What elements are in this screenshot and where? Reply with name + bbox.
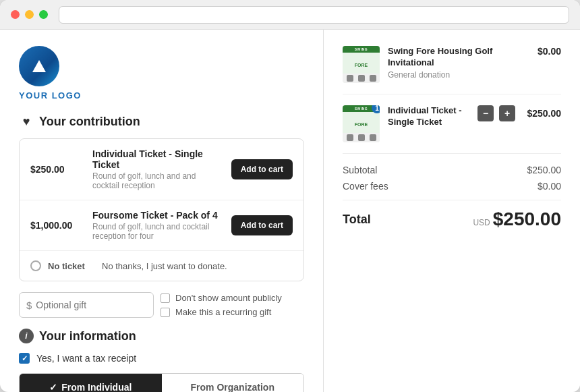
ticket-desc-1: Round of golf, lunch and and cocktail re… bbox=[92, 171, 223, 190]
recurring-checkbox[interactable] bbox=[161, 308, 170, 317]
cart-thumb-1: SWING FORE bbox=[343, 46, 380, 83]
cover-fees-label: Cover fees bbox=[343, 181, 388, 192]
contribution-header: ♥ Your contribution bbox=[19, 114, 304, 129]
ticket-name-1: Individual Ticket - Single Ticket bbox=[92, 148, 223, 170]
cart-item-1: SWING FORE Swing F bbox=[343, 46, 561, 94]
recurring-label: Make this a recurring gift bbox=[175, 307, 271, 317]
checkmark-icon: ✓ bbox=[49, 382, 57, 392]
cart-item-sub-1: General donation bbox=[388, 70, 513, 80]
cart-thumb-2: SWING FORE 1 bbox=[343, 105, 380, 142]
dont-show-label: Don't show amount publicly bbox=[175, 293, 282, 303]
total-value: $250.00 bbox=[493, 208, 561, 230]
ticket-desc-2: Round of golf, lunch and cocktail recept… bbox=[92, 222, 223, 241]
subtotal-value: $250.00 bbox=[527, 165, 561, 175]
no-ticket-row[interactable]: No ticket No thanks, I just want to dona… bbox=[20, 251, 303, 281]
ticket-price-1: $250.00 bbox=[30, 164, 84, 175]
thumb-icons-2 bbox=[343, 133, 380, 142]
from-individual-label: From Individual bbox=[61, 382, 132, 392]
contribution-title: Your contribution bbox=[39, 115, 140, 129]
subtotal-label: Subtotal bbox=[343, 165, 377, 175]
ticket-row-1: $250.00 Individual Ticket - Single Ticke… bbox=[20, 139, 303, 200]
from-organization-button[interactable]: From Organization bbox=[162, 374, 304, 392]
tax-receipt-row[interactable]: ✓ Yes, I want a tax receipt bbox=[19, 353, 304, 364]
cart-item-name-1: Swing Fore Housing Golf Invitational bbox=[388, 46, 513, 69]
cart-item-2: SWING FORE 1 bbox=[343, 105, 561, 154]
cover-fees-value: $0.00 bbox=[538, 181, 561, 192]
total-row: Total USD $250.00 bbox=[343, 208, 561, 230]
thumb-body-2: FORE bbox=[343, 112, 380, 133]
gift-input-wrapper[interactable]: $ bbox=[19, 292, 154, 318]
logo-circle bbox=[19, 46, 59, 86]
dollar-sign: $ bbox=[26, 300, 32, 311]
total-usd: USD bbox=[473, 218, 490, 227]
cart-item-info-2: Individual Ticket - Single Ticket bbox=[388, 105, 469, 130]
tax-receipt-label: Yes, I want a tax receipt bbox=[36, 353, 136, 364]
no-ticket-radio[interactable] bbox=[30, 260, 41, 271]
gift-row: $ Don't show amount publicly Make this a… bbox=[19, 292, 304, 318]
total-amount: USD $250.00 bbox=[473, 208, 561, 230]
no-ticket-desc: No thanks, I just want to donate. bbox=[102, 261, 227, 271]
left-panel: YOUR LOGO ♥ Your contribution $250.00 In… bbox=[0, 30, 324, 392]
info-icon: i bbox=[19, 329, 34, 343]
maximize-dot[interactable] bbox=[39, 10, 48, 19]
gift-checkboxes: Don't show amount publicly Make this a r… bbox=[161, 293, 282, 317]
heart-icon: ♥ bbox=[19, 114, 34, 129]
summary-divider bbox=[343, 200, 561, 200]
cart-item-info-1: Swing Fore Housing Golf Invitational Gen… bbox=[388, 46, 513, 80]
add-to-cart-button-1[interactable]: Add to cart bbox=[231, 159, 293, 179]
tax-receipt-checkbox[interactable]: ✓ bbox=[19, 353, 30, 364]
cart-item-name-2: Individual Ticket - Single Ticket bbox=[388, 105, 469, 128]
qty-increase-button[interactable]: + bbox=[499, 105, 515, 121]
thumb-body-1: FORE bbox=[343, 53, 380, 74]
dont-show-checkbox[interactable] bbox=[161, 293, 170, 303]
close-dot[interactable] bbox=[11, 10, 20, 19]
information-title: Your information bbox=[39, 329, 136, 343]
right-panel: SWING FORE Swing F bbox=[324, 30, 580, 392]
ticket-price-2: $1,000.00 bbox=[30, 220, 84, 231]
url-bar[interactable] bbox=[59, 6, 569, 24]
ticket-name-2: Foursome Ticket - Pack of 4 bbox=[92, 210, 223, 221]
dont-show-row[interactable]: Don't show amount publicly bbox=[161, 293, 282, 303]
thumb-header-1: SWING bbox=[343, 46, 380, 53]
browser-dots bbox=[11, 10, 48, 19]
information-header: i Your information bbox=[19, 329, 304, 343]
cover-fees-row: Cover fees $0.00 bbox=[343, 181, 561, 192]
cart-price-2: $250.00 bbox=[521, 108, 561, 119]
ticket-row-2: $1,000.00 Foursome Ticket - Pack of 4 Ro… bbox=[20, 200, 303, 251]
thumb-icons-1 bbox=[343, 74, 380, 83]
add-to-cart-button-2[interactable]: Add to cart bbox=[231, 215, 293, 235]
recurring-row[interactable]: Make this a recurring gift bbox=[161, 307, 282, 317]
total-label: Total bbox=[343, 213, 371, 227]
logo-area: YOUR LOGO bbox=[19, 46, 304, 101]
main-content: YOUR LOGO ♥ Your contribution $250.00 In… bbox=[0, 30, 580, 392]
no-ticket-label: No ticket bbox=[48, 261, 95, 271]
from-buttons: ✓ From Individual From Organization bbox=[19, 373, 304, 392]
cart-item-controls-2: − + $250.00 bbox=[477, 105, 561, 121]
cart-price-1: $0.00 bbox=[521, 46, 561, 57]
logo-arrow-icon bbox=[32, 60, 46, 72]
tickets-box: $250.00 Individual Ticket - Single Ticke… bbox=[19, 138, 304, 281]
from-individual-button[interactable]: ✓ From Individual bbox=[20, 374, 162, 392]
qty-decrease-button[interactable]: − bbox=[477, 105, 494, 121]
minimize-dot[interactable] bbox=[25, 10, 34, 19]
summary-section: Subtotal $250.00 Cover fees $0.00 Total … bbox=[343, 165, 561, 230]
ticket-info-2: Foursome Ticket - Pack of 4 Round of gol… bbox=[92, 210, 223, 241]
browser-titlebar bbox=[0, 0, 580, 30]
gift-input[interactable] bbox=[36, 300, 146, 310]
subtotal-row: Subtotal $250.00 bbox=[343, 165, 561, 175]
ticket-info-1: Individual Ticket - Single Ticket Round … bbox=[92, 148, 223, 190]
logo-text: YOUR LOGO bbox=[19, 90, 82, 101]
